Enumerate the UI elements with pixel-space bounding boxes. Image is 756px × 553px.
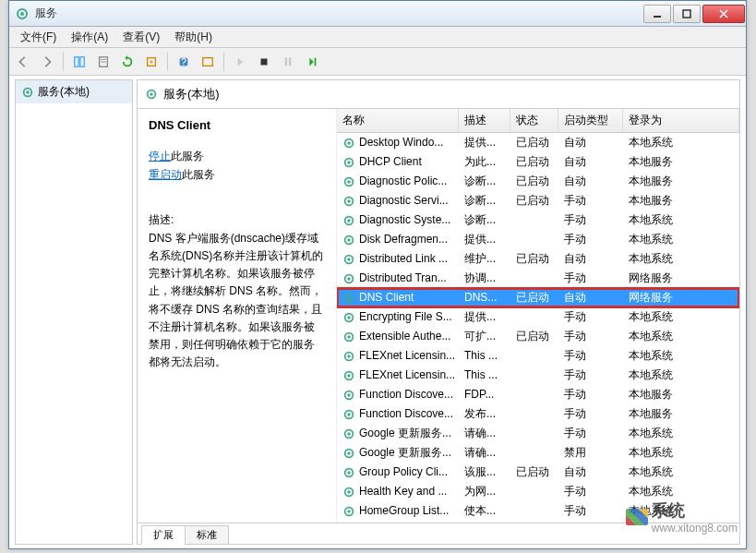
minimize-button[interactable] [643,5,671,23]
cell-desc: 诊断... [459,172,510,191]
cell-status: 已启动 [510,191,558,210]
service-list: 名称 描述 状态 启动类型 登录为 Desktop Windo...提供...已… [337,109,739,523]
col-name[interactable]: 名称 [337,109,459,132]
cell-name: Google 更新服务... [359,443,451,463]
col-status[interactable]: 状态 [510,109,558,132]
gear-icon [342,137,355,150]
desc-label: 描述: [149,212,325,228]
table-row[interactable]: Extensible Authe...可扩...已启动手动本地系统 [337,327,739,346]
list-header: 名称 描述 状态 启动类型 登录为 [337,109,739,133]
right-pane: 服务(本地) DNS Client 停止此服务 重启动此服务 描述: DNS 客… [137,79,740,545]
table-row[interactable]: Encrypting File S...提供...手动本地系统 [337,307,739,327]
menu-help[interactable]: 帮助(H) [167,28,220,47]
svg-rect-13 [261,58,268,65]
menu-file[interactable]: 文件(F) [13,28,64,47]
properties2-button[interactable] [198,52,218,72]
close-button[interactable] [702,5,745,23]
restart-service-button[interactable] [302,52,322,72]
svg-rect-2 [654,16,661,18]
table-row[interactable]: Distributed Link ...维护...已启动自动本地系统 [337,249,739,269]
help-button[interactable]: ? [174,52,194,72]
cell-logon: 本地系统 [623,230,739,249]
svg-point-30 [347,219,351,222]
table-row[interactable]: Diagnostic Syste...诊断...手动本地系统 [337,210,739,230]
gear-icon [342,272,355,285]
cell-start: 手动 [558,191,623,210]
toolbar: ? [9,48,746,76]
table-row[interactable]: DHCP Client为此...已启动自动本地服务 [337,152,739,172]
tab-extended[interactable]: 扩展 [141,525,186,545]
table-row[interactable]: FLEXnet Licensin...This ...手动本地系统 [337,366,739,385]
menu-view[interactable]: 查看(V) [115,28,167,47]
cell-logon: 本地系统 [623,482,739,501]
gear-icon [342,486,355,499]
tree-root-label: 服务(本地) [38,84,90,100]
col-start[interactable]: 启动类型 [558,109,623,132]
cell-desc: FDP... [459,385,510,404]
gear-icon [342,253,355,266]
cell-start: 自动 [558,288,623,307]
cell-desc: 使本... [459,501,510,521]
gear-icon [342,389,355,402]
table-row[interactable]: Function Discove...FDP...手动本地服务 [337,385,739,404]
show-hide-tree-button[interactable] [69,52,90,72]
table-row[interactable]: Google 更新服务...请确...禁用本地系统 [337,443,739,463]
list-body[interactable]: Desktop Windo...提供...已启动自动本地系统DHCP Clien… [337,133,739,523]
table-row[interactable]: Diagnostic Polic...诊断...已启动自动本地服务 [337,172,739,191]
refresh-button[interactable] [117,52,138,72]
menu-action[interactable]: 操作(A) [64,28,115,47]
gear-icon [342,195,355,208]
stop-service-button[interactable] [254,52,274,72]
cell-name: FLEXnet Licensin... [359,346,455,366]
table-row[interactable]: Health Key and ...为网...手动本地系统 [337,482,739,501]
table-row[interactable]: Google 更新服务...请确...手动本地系统 [337,424,739,443]
svg-point-26 [347,180,351,184]
svg-point-22 [347,141,351,145]
gear-icon [342,156,355,169]
right-header: 服务(本地) [138,80,739,109]
svg-rect-14 [285,57,288,66]
forward-button[interactable] [37,52,57,72]
maximize-button[interactable] [673,5,701,23]
table-row[interactable]: Function Discove...发布...手动本地服务 [337,404,739,424]
table-row[interactable]: FLEXnet Licensin...This ...手动本地系统 [337,346,739,366]
col-logon[interactable]: 登录为 [623,109,739,132]
cell-start: 禁用 [558,443,623,463]
right-header-title: 服务(本地) [163,86,220,102]
table-row[interactable]: Desktop Windo...提供...已启动自动本地系统 [337,133,739,152]
table-row[interactable]: DNS ClientDNS...已启动自动网络服务 [337,288,739,307]
cell-logon: 本地系统 [623,327,739,346]
cell-logon: 本地服务 [623,404,739,424]
pause-service-button[interactable] [278,52,298,72]
back-button[interactable] [13,52,33,72]
cell-start: 自动 [558,463,623,482]
cell-desc: 提供... [459,133,510,152]
export-button[interactable] [141,52,162,72]
table-row[interactable]: Group Policy Cli...该服...已启动自动本地系统 [337,463,739,482]
cell-start: 自动 [558,133,623,152]
tab-standard[interactable]: 标准 [185,525,229,544]
svg-point-38 [347,296,351,300]
svg-point-54 [347,451,351,455]
table-row[interactable]: Diagnostic Servi...诊断...已启动手动本地服务 [337,191,739,210]
table-row[interactable]: Distributed Tran...协调...手动网络服务 [337,269,739,288]
svg-point-42 [347,335,351,339]
svg-point-40 [347,316,351,319]
col-desc[interactable]: 描述 [459,109,510,132]
services-icon [15,6,30,21]
stop-link[interactable]: 停止 [149,150,171,162]
gear-icon [342,466,355,479]
gear-icon [342,447,355,460]
table-row[interactable]: Disk Defragmen...提供...手动本地系统 [337,230,739,249]
start-service-button[interactable] [230,52,250,72]
tree-root-services-local[interactable]: 服务(本地) [16,80,132,103]
cell-name: Google 更新服务... [359,424,451,443]
restart-link[interactable]: 重启动 [149,168,182,181]
svg-point-48 [347,393,351,397]
titlebar[interactable]: 服务 [9,1,746,27]
svg-text:?: ? [181,55,186,66]
svg-point-56 [347,471,351,475]
cell-start: 自动 [558,172,623,191]
gear-icon [21,86,34,99]
properties-button[interactable] [93,52,114,72]
